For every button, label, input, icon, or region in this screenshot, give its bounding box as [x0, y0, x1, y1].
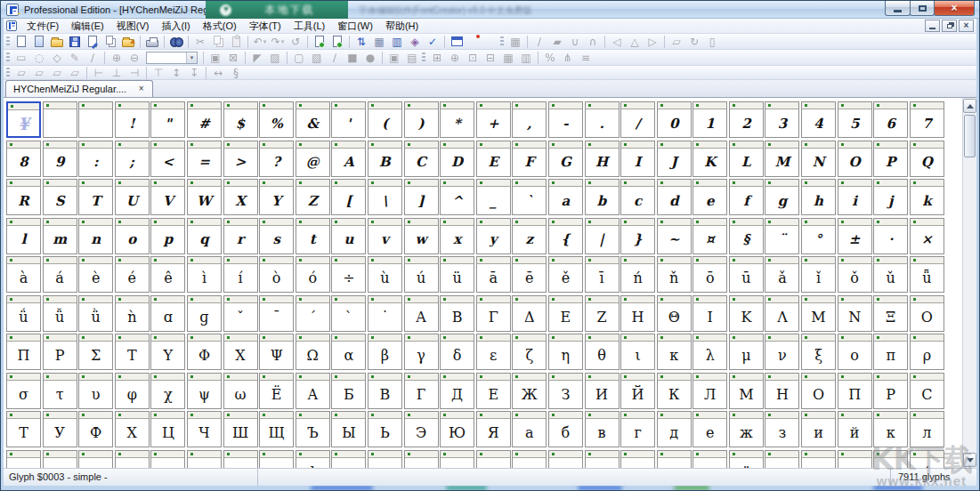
glyph-cell[interactable]: Δ: [512, 295, 547, 332]
glyph-cell[interactable]: &: [296, 101, 330, 138]
glyph-cell[interactable]: ɑ: [150, 295, 185, 332]
glyph-cell[interactable]: $: [223, 101, 258, 138]
glyph-cell[interactable]: ō: [692, 256, 727, 293]
menu-item-help[interactable]: 帮助(H): [379, 19, 425, 33]
glyph-cell[interactable]: y: [476, 218, 511, 254]
glyph-cell[interactable]: Ε: [548, 295, 583, 332]
glyph-cell[interactable]: ī: [585, 256, 620, 293]
toolbar-grip[interactable]: [6, 52, 10, 63]
glyph-cell[interactable]: Ζ: [585, 295, 620, 332]
glyph-cell[interactable]: í: [223, 256, 258, 293]
glyph-cell[interactable]: Ψ: [259, 334, 294, 370]
glyph-cell[interactable]: т: [223, 450, 258, 469]
glyph-cell[interactable]: Ж: [512, 373, 547, 409]
glyph-cell[interactable]: n: [78, 218, 113, 254]
font-properties-button[interactable]: ◈: [407, 35, 423, 49]
glyph-cell[interactable]: ǎ: [765, 256, 799, 293]
glyph-cell[interactable]: ì: [187, 256, 222, 293]
glyph-cell[interactable]: .: [585, 101, 620, 138]
glyph-cell[interactable]: Л: [692, 373, 727, 409]
glyph-cell[interactable]: Е: [476, 373, 511, 409]
glyph-cell[interactable]: Ξ: [873, 295, 908, 332]
glyph-cell[interactable]: _: [476, 179, 511, 215]
glyph-cell[interactable]: Н: [765, 373, 799, 409]
mdi-minimize-button[interactable]: [925, 20, 940, 32]
glyph-cell[interactable]: f: [729, 179, 764, 215]
glyph-cell[interactable]: п: [115, 450, 150, 469]
glyph-cell[interactable]: р: [150, 450, 185, 469]
glyph-cell[interactable]: ǘ: [6, 295, 41, 332]
glyph-cell[interactable]: >: [223, 141, 258, 177]
import-font-button[interactable]: [120, 35, 136, 49]
glyph-cell[interactable]: τ: [43, 373, 77, 409]
glyph-cell[interactable]: <: [150, 141, 185, 177]
glyph-cell[interactable]: -: [548, 101, 583, 138]
glyph-cell[interactable]: у: [259, 450, 294, 469]
glyph-cell[interactable]: °: [801, 218, 836, 254]
glyph-cell[interactable]: ň: [657, 256, 692, 293]
glyph-cell[interactable]: Λ: [765, 295, 799, 332]
glyph-cell[interactable]: М: [729, 373, 764, 409]
glyph-cell[interactable]: в: [585, 411, 620, 447]
glyph-cell[interactable]: K: [692, 141, 727, 177]
glyph-cell[interactable]: ā: [476, 256, 511, 293]
glyph-cell[interactable]: я: [692, 450, 727, 469]
glyph-cell[interactable]: |: [585, 218, 620, 254]
glyph-cell[interactable]: ˋ: [331, 295, 366, 332]
glyph-cell[interactable]: ч: [404, 450, 439, 469]
glyph-cell[interactable]: ¤: [692, 218, 727, 254]
glyph-cell[interactable]: ˙: [368, 295, 402, 332]
insert-glyphs-button[interactable]: [312, 35, 328, 49]
minimize-button[interactable]: [885, 1, 911, 16]
glyph-cell[interactable]: ^: [440, 179, 474, 215]
glyph-cell[interactable]: %: [259, 101, 294, 138]
glyph-cell[interactable]: q: [187, 218, 222, 254]
scroll-down-button[interactable]: [963, 453, 976, 467]
export-font-button[interactable]: [102, 35, 118, 49]
glyph-cell[interactable]: Ё: [259, 373, 294, 409]
glyph-cell[interactable]: К: [657, 373, 692, 409]
glyph-cell[interactable]: л: [910, 411, 944, 447]
glyph-cell[interactable]: I: [620, 141, 655, 177]
glyph-cell[interactable]: 9: [43, 141, 77, 177]
glyph-cell[interactable]: p: [150, 218, 185, 254]
glyph-cell[interactable]: ˊ: [296, 295, 330, 332]
menu-item-tools[interactable]: 工具(L): [288, 19, 331, 33]
glyph-cell[interactable]: Υ: [150, 334, 185, 370]
sort-glyphs-button[interactable]: ⇅: [353, 35, 369, 49]
glyph-cell[interactable]: д: [657, 411, 692, 447]
glyph-cell[interactable]: Ω: [296, 334, 330, 370]
open-font-button[interactable]: [49, 35, 65, 49]
glyph-cell[interactable]: ): [404, 101, 439, 138]
glyph-cell[interactable]: F: [512, 141, 547, 177]
glyph-cell[interactable]: t: [296, 218, 330, 254]
glyph-cell[interactable]: #: [187, 101, 222, 138]
glyph-cell[interactable]: З: [548, 373, 583, 409]
glyph-cell[interactable]: Ъ: [296, 411, 330, 447]
glyph-cell[interactable]: Η: [620, 295, 655, 332]
glyph-cell[interactable]: Ν: [838, 295, 872, 332]
glyph-cell[interactable]: Χ: [223, 334, 258, 370]
glyph-cell[interactable]: L: [729, 141, 764, 177]
glyph-cell[interactable]: υ: [78, 373, 113, 409]
glyph-cell[interactable]: i: [838, 179, 872, 215]
glyph-cell[interactable]: {: [548, 218, 583, 254]
glyph-cell[interactable]: ξ: [801, 334, 836, 370]
glyph-cell[interactable]: ü: [440, 256, 474, 293]
glyph-cell[interactable]: ρ: [910, 334, 944, 370]
glyph-cell[interactable]: e: [692, 179, 727, 215]
download-banner[interactable]: 本地下载: [206, 1, 348, 19]
glyph-cell[interactable]: Я: [476, 411, 511, 447]
glyph-cell[interactable]: /: [620, 101, 655, 138]
glyph-cell[interactable]: э: [620, 450, 655, 469]
glyph-cell[interactable]: d: [657, 179, 692, 215]
glyph-cell[interactable]: ǒ: [838, 256, 872, 293]
vertical-scrollbar[interactable]: [962, 98, 976, 468]
glyph-cell[interactable]: b: [585, 179, 620, 215]
glyph-cell[interactable]: ы: [548, 450, 583, 469]
glyph-cell[interactable]: ń: [620, 256, 655, 293]
glyph-cell[interactable]: к: [873, 411, 908, 447]
glyph-cell[interactable]: a: [548, 179, 583, 215]
glyph-cell[interactable]: 8: [6, 141, 41, 177]
new-font-button[interactable]: [13, 35, 29, 49]
